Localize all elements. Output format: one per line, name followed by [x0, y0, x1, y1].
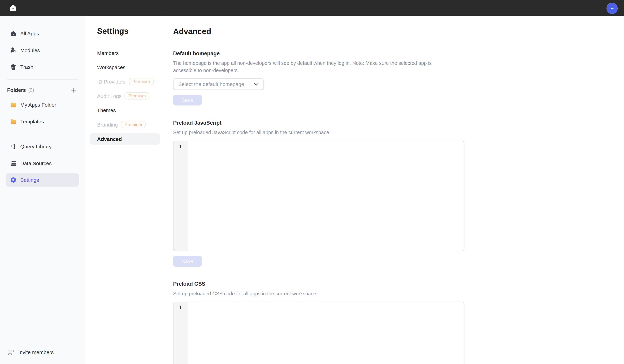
settings-nav-item-id-providers[interactable]: ID Providers Premium — [90, 76, 160, 88]
sidebar: All Apps Modules — [0, 16, 85, 364]
line-number-gutter: 1 — [174, 141, 187, 250]
data-sources-icon — [10, 160, 17, 167]
nav-item-label: Advanced — [97, 136, 122, 142]
settings-nav-item-workspaces[interactable]: Workspaces — [90, 61, 160, 73]
sidebar-item-label: Modules — [20, 47, 40, 53]
premium-badge: Premium — [121, 121, 146, 128]
sidebar-item-label: All Apps — [20, 30, 39, 36]
folder-icon — [10, 118, 17, 125]
default-homepage-description: The homepage is the app all non-develope… — [173, 60, 452, 74]
invite-members-icon — [7, 349, 15, 356]
sidebar-item-data-sources[interactable]: Data Sources — [5, 156, 79, 170]
preload-js-description: Set up preloaded JavaScript code for all… — [173, 129, 452, 136]
trash-icon — [10, 63, 17, 70]
line-number-gutter: 1 — [174, 302, 187, 364]
preload-js-editor[interactable]: 1 — [173, 141, 465, 251]
preload-js-save-button[interactable]: Save — [173, 256, 202, 266]
preload-js-code-area[interactable] — [187, 141, 464, 250]
sidebar-item-all-apps[interactable]: All Apps — [5, 27, 79, 40]
sidebar-folder-my-apps[interactable]: My Apps Folder — [5, 98, 79, 111]
main-content: Advanced Default homepage The homepage i… — [165, 16, 624, 364]
premium-badge: Premium — [129, 78, 154, 85]
settings-nav-item-members[interactable]: Members — [90, 47, 160, 59]
default-homepage-heading: Default homepage — [173, 51, 624, 56]
nav-item-label: Workspaces — [97, 64, 126, 70]
settings-nav-item-audit-logs[interactable]: Audit Logs Premium — [90, 90, 160, 102]
sidebar-item-label: Query Library — [20, 144, 52, 149]
topbar: F — [0, 0, 624, 16]
modules-icon — [10, 47, 17, 53]
avatar[interactable]: F — [606, 2, 618, 14]
invite-members-button[interactable]: Invite members — [5, 346, 79, 359]
preload-css-description: Set up preloaded CSS code for all apps i… — [173, 290, 452, 297]
folders-label: Folders — [7, 87, 26, 93]
folders-header: Folders (2) — [5, 85, 79, 95]
preload-css-heading: Preload CSS — [173, 281, 624, 287]
settings-nav-title: Settings — [97, 27, 160, 36]
home-icon — [9, 3, 17, 13]
nav-item-label: Branding — [97, 122, 118, 127]
avatar-initial: F — [610, 5, 614, 11]
sidebar-item-label: Trash — [20, 64, 33, 70]
sidebar-divider — [7, 79, 78, 79]
nav-item-label: Themes — [97, 107, 116, 113]
sidebar-item-query-library[interactable]: Query Library — [5, 140, 79, 153]
sidebar-item-label: Settings — [20, 177, 39, 183]
preload-js-heading: Preload JavaScript — [173, 120, 624, 126]
select-placeholder: Select the default homepage — [178, 81, 244, 87]
nav-item-label: Audit Logs — [97, 93, 122, 99]
page-title: Advanced — [173, 27, 624, 36]
settings-nav-item-branding[interactable]: Branding Premium — [90, 119, 160, 130]
default-homepage-select[interactable]: Select the default homepage — [173, 78, 264, 90]
preload-css-section: Preload CSS Set up preloaded CSS code fo… — [173, 281, 624, 364]
line-number: 1 — [179, 305, 182, 311]
settings-nav-item-advanced[interactable]: Advanced — [90, 133, 160, 145]
invite-members-label: Invite members — [18, 349, 54, 355]
settings-icon — [10, 177, 17, 183]
query-library-icon — [10, 143, 17, 150]
nav-item-label: Members — [97, 50, 119, 56]
settings-nav-item-themes[interactable]: Themes — [90, 104, 160, 116]
add-folder-button[interactable] — [70, 86, 78, 94]
sidebar-item-label: Templates — [20, 118, 44, 124]
app-window: F All Apps Modules — [0, 0, 624, 364]
folders-count: (2) — [28, 87, 34, 93]
sidebar-item-modules[interactable]: Modules — [5, 43, 79, 57]
default-homepage-save-button[interactable]: Save — [173, 95, 202, 105]
sidebar-item-settings[interactable]: Settings — [5, 173, 79, 187]
sidebar-item-label: Data Sources — [20, 160, 52, 166]
preload-js-section: Preload JavaScript Set up preloaded Java… — [173, 120, 624, 266]
sidebar-item-trash[interactable]: Trash — [5, 60, 79, 74]
sidebar-divider — [7, 134, 78, 134]
preload-css-code-area[interactable] — [187, 302, 464, 364]
premium-badge: Premium — [125, 92, 149, 100]
home-button[interactable] — [8, 3, 18, 13]
folder-icon — [10, 101, 17, 108]
default-homepage-section: Default homepage The homepage is the app… — [173, 51, 624, 105]
home-icon — [10, 30, 17, 37]
nav-item-label: ID Providers — [97, 78, 126, 84]
sidebar-item-label: My Apps Folder — [20, 102, 56, 108]
preload-css-editor[interactable]: 1 — [173, 302, 465, 364]
line-number: 1 — [179, 144, 182, 149]
chevron-down-icon — [254, 82, 259, 86]
settings-nav: Settings Members Workspaces ID Providers… — [85, 16, 165, 364]
sidebar-folder-templates[interactable]: Templates — [5, 115, 79, 128]
